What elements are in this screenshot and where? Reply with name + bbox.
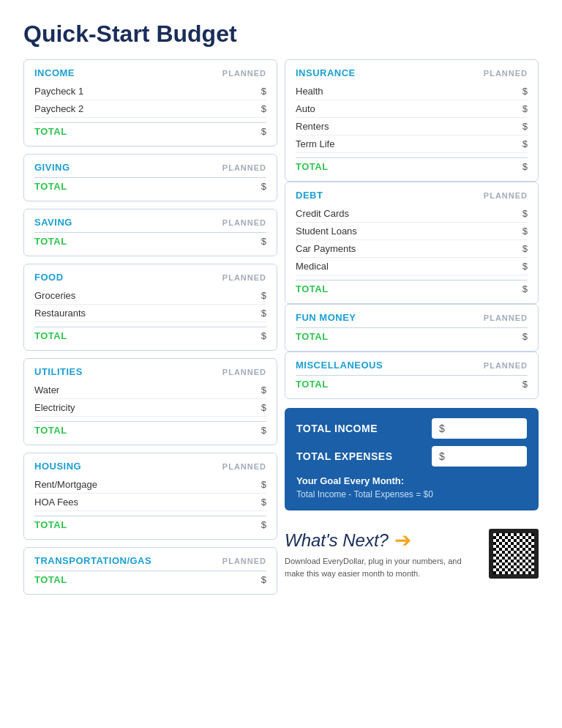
- total-amount-fun_money: $: [522, 331, 528, 342]
- card-header-fun_money: FUN MONEYPLANNED: [296, 312, 528, 323]
- card-debt: DEBTPLANNEDCredit Cards$Student Loans$Ca…: [285, 182, 539, 304]
- card-planned-housing: PLANNED: [222, 462, 266, 471]
- line-label-debt-1: Student Loans: [296, 226, 357, 237]
- total-label-saving: TOTAL: [34, 236, 67, 247]
- line-amount-utilities-0: $: [261, 385, 266, 395]
- total-income-input[interactable]: [432, 418, 527, 439]
- total-expenses-label: TOTAL EXPENSES: [296, 450, 392, 462]
- total-income-label: TOTAL INCOME: [296, 423, 378, 434]
- total-label-miscellaneous: TOTAL: [296, 379, 329, 390]
- right-column: INSURANCEPLANNEDHealth$Auto$Renters$Term…: [285, 59, 539, 595]
- whats-next-text: What's Next?: [285, 530, 389, 551]
- line-amount-housing-0: $: [261, 479, 266, 490]
- card-food: FOODPLANNEDGroceries$Restaurants$TOTAL$: [23, 264, 277, 351]
- total-amount-food: $: [261, 330, 266, 341]
- total-label-insurance: TOTAL: [296, 161, 329, 172]
- total-income-row: TOTAL INCOME: [296, 418, 527, 439]
- page-title: Quick-Start Budget: [23, 21, 539, 48]
- card-planned-insurance: PLANNED: [484, 69, 528, 78]
- line-label-insurance-0: Health: [296, 86, 323, 97]
- line-label-food-1: Restaurants: [34, 308, 86, 319]
- qr-inner: [493, 533, 534, 574]
- total-row-housing: TOTAL$: [34, 516, 266, 530]
- line-amount-insurance-0: $: [522, 86, 528, 97]
- line-item-debt-1: Student Loans$: [296, 223, 528, 240]
- budget-grid: INCOMEPLANNEDPaycheck 1$Paycheck 2$TOTAL…: [23, 59, 539, 595]
- card-miscellaneous: MISCELLANEOUSPLANNEDTOTAL$: [285, 352, 539, 399]
- card-planned-transportation: PLANNED: [222, 557, 266, 565]
- line-amount-income-1: $: [261, 103, 266, 114]
- line-amount-utilities-1: $: [261, 402, 266, 413]
- total-amount-miscellaneous: $: [522, 379, 528, 390]
- total-amount-debt: $: [522, 283, 528, 294]
- line-label-debt-0: Credit Cards: [296, 208, 349, 219]
- total-label-transportation: TOTAL: [34, 574, 67, 585]
- total-amount-saving: $: [261, 236, 266, 247]
- total-amount-giving: $: [261, 181, 266, 192]
- line-amount-housing-1: $: [261, 497, 266, 508]
- total-row-fun_money: TOTAL$: [296, 327, 528, 342]
- left-column: INCOMEPLANNEDPaycheck 1$Paycheck 2$TOTAL…: [23, 59, 277, 595]
- line-label-insurance-1: Auto: [296, 103, 315, 114]
- line-label-insurance-2: Renters: [296, 121, 329, 132]
- line-item-housing-1: HOA Fees$: [34, 494, 266, 511]
- footer-left: What's Next? ➔ Download EveryDollar, plu…: [285, 528, 477, 579]
- total-amount-housing: $: [261, 519, 266, 530]
- card-planned-income: PLANNED: [222, 69, 266, 78]
- line-label-debt-2: Car Payments: [296, 243, 356, 254]
- line-amount-debt-3: $: [522, 261, 528, 272]
- total-expenses-input[interactable]: [432, 446, 527, 467]
- line-item-food-0: Groceries$: [34, 287, 266, 305]
- card-planned-utilities: PLANNED: [222, 368, 266, 376]
- total-row-food: TOTAL$: [34, 327, 266, 341]
- card-planned-saving: PLANNED: [222, 218, 266, 227]
- total-label-utilities: TOTAL: [34, 425, 67, 436]
- footer-script-line: What's Next? ➔: [285, 528, 477, 552]
- card-header-utilities: UTILITIESPLANNED: [34, 366, 266, 377]
- total-amount-income: $: [261, 126, 266, 137]
- line-item-income-0: Paycheck 1$: [34, 83, 266, 100]
- goal-section: Your Goal Every Month: Total Income - To…: [296, 474, 527, 500]
- line-label-income-1: Paycheck 2: [34, 103, 83, 114]
- summary-box: TOTAL INCOME TOTAL EXPENSES Your Goal Ev…: [285, 408, 539, 510]
- line-item-food-1: Restaurants$: [34, 305, 266, 322]
- card-header-food: FOODPLANNED: [34, 272, 266, 283]
- card-title-saving: SAVING: [34, 217, 72, 228]
- total-expenses-row: TOTAL EXPENSES: [296, 446, 527, 467]
- card-fun_money: FUN MONEYPLANNEDTOTAL$: [285, 304, 539, 352]
- card-title-fun_money: FUN MONEY: [296, 312, 356, 323]
- line-item-insurance-1: Auto$: [296, 100, 528, 118]
- line-amount-debt-2: $: [522, 243, 528, 254]
- total-label-food: TOTAL: [34, 330, 67, 341]
- total-row-utilities: TOTAL$: [34, 421, 266, 436]
- card-title-debt: DEBT: [296, 190, 323, 201]
- card-title-miscellaneous: MISCELLANEOUS: [296, 360, 383, 371]
- line-amount-debt-0: $: [522, 208, 528, 219]
- card-title-giving: GIVING: [34, 162, 70, 173]
- card-title-transportation: TRANSPORTATION/GAS: [34, 555, 151, 566]
- card-title-housing: HOUSING: [34, 461, 81, 472]
- line-item-debt-2: Car Payments$: [296, 240, 528, 258]
- card-planned-debt: PLANNED: [484, 191, 528, 200]
- card-utilities: UTILITIESPLANNEDWater$Electricity$TOTAL$: [23, 358, 277, 445]
- card-title-utilities: UTILITIES: [34, 366, 83, 377]
- total-label-debt: TOTAL: [296, 283, 329, 294]
- card-planned-food: PLANNED: [222, 273, 266, 282]
- line-amount-food-0: $: [261, 290, 266, 301]
- total-amount-utilities: $: [261, 425, 266, 436]
- card-transportation: TRANSPORTATION/GASPLANNEDTOTAL$: [23, 547, 277, 595]
- total-label-giving: TOTAL: [34, 181, 67, 192]
- card-header-debt: DEBTPLANNED: [296, 190, 528, 201]
- line-item-debt-0: Credit Cards$: [296, 205, 528, 223]
- total-label-fun_money: TOTAL: [296, 331, 329, 342]
- card-planned-fun_money: PLANNED: [484, 313, 528, 322]
- card-title-income: INCOME: [34, 67, 75, 78]
- card-header-miscellaneous: MISCELLANEOUSPLANNED: [296, 360, 528, 371]
- line-amount-insurance-2: $: [522, 121, 528, 132]
- card-title-insurance: INSURANCE: [296, 67, 356, 78]
- card-header-giving: GIVINGPLANNED: [34, 162, 266, 173]
- total-row-debt: TOTAL$: [296, 280, 528, 294]
- card-header-saving: SAVINGPLANNED: [34, 217, 266, 228]
- total-row-saving: TOTAL$: [34, 232, 266, 247]
- line-item-debt-3: Medical$: [296, 258, 528, 275]
